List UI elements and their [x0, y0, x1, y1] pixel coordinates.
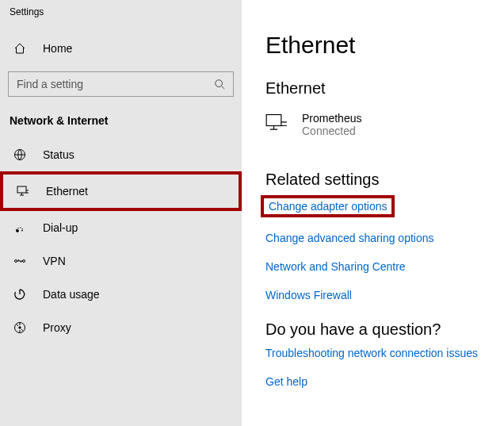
link-troubleshoot[interactable]: Troubleshooting network connection issue… [265, 347, 478, 359]
svg-point-3 [17, 230, 19, 232]
sidebar: Settings Home Network & Internet Status [0, 0, 242, 426]
svg-point-4 [15, 260, 17, 263]
globe-icon [13, 148, 27, 161]
sidebar-item-dialup[interactable]: Dial-up [0, 211, 242, 244]
link-windows-firewall[interactable]: Windows Firewall [265, 289, 352, 301]
link-change-adapter[interactable]: Change adapter options [261, 195, 395, 217]
search-icon [206, 79, 233, 90]
svg-point-5 [23, 260, 25, 263]
sidebar-item-label: Ethernet [46, 185, 88, 198]
main-content: Ethernet Ethernet Prometheus Connected R… [242, 0, 504, 426]
network-name: Prometheus [302, 112, 361, 125]
section-subtitle: Ethernet [265, 79, 504, 98]
sidebar-item-ethernet[interactable]: Ethernet [3, 175, 239, 208]
sidebar-section-header: Network & Internet [0, 106, 242, 138]
sidebar-item-label: Data usage [43, 288, 100, 301]
datausage-icon [13, 288, 27, 301]
sidebar-item-label: VPN [43, 255, 66, 267]
sidebar-item-label: Status [43, 148, 74, 161]
question-title: Do you have a question? [265, 320, 504, 339]
monitor-icon [265, 112, 289, 132]
network-info: Prometheus Connected [302, 112, 361, 137]
sidebar-item-proxy[interactable]: Proxy [0, 311, 242, 344]
vpn-icon [13, 255, 27, 267]
link-network-sharing-centre[interactable]: Network and Sharing Centre [265, 260, 406, 273]
sidebar-item-label: Dial-up [43, 221, 78, 234]
sidebar-item-vpn[interactable]: VPN [0, 244, 242, 278]
related-settings-title: Related settings [265, 171, 504, 189]
sidebar-item-label: Proxy [43, 321, 71, 334]
page-title: Ethernet [265, 32, 504, 59]
app-title: Settings [0, 6, 242, 32]
dialup-icon [13, 221, 27, 234]
svg-point-0 [216, 80, 223, 87]
search-box[interactable] [8, 71, 234, 97]
highlight-ethernet-nav: Ethernet [0, 171, 242, 211]
link-get-help[interactable]: Get help [265, 375, 307, 388]
sidebar-item-datausage[interactable]: Data usage [0, 278, 242, 311]
nav-home-label: Home [43, 42, 72, 55]
svg-rect-2 [17, 186, 26, 193]
svg-point-7 [19, 327, 21, 328]
link-advanced-sharing[interactable]: Change advanced sharing options [265, 232, 434, 244]
sidebar-item-status[interactable]: Status [0, 138, 242, 171]
home-icon [13, 42, 27, 55]
network-item[interactable]: Prometheus Connected [265, 112, 504, 137]
nav-home[interactable]: Home [0, 32, 242, 65]
network-status: Connected [302, 125, 361, 137]
proxy-icon [13, 321, 27, 334]
monitor-icon [16, 185, 30, 198]
svg-rect-8 [266, 115, 281, 126]
search-input[interactable] [9, 78, 206, 90]
